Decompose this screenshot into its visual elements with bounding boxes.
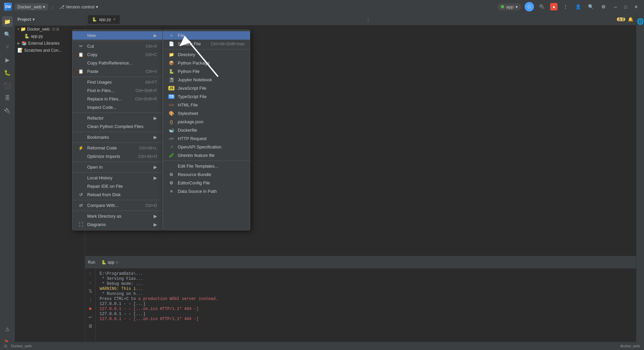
settings-icon[interactable]: ⚙ bbox=[599, 2, 608, 11]
notification-badge: ⚠ 2 bbox=[617, 17, 625, 21]
scroll-down-button[interactable]: ↓ bbox=[87, 278, 94, 286]
context-menu-item-clean-python[interactable]: Clean Python Compiled Files bbox=[72, 122, 162, 131]
sidebar-item-project[interactable]: 📁 bbox=[2, 16, 13, 27]
sidebar-item-terminal[interactable]: ⬛ bbox=[2, 80, 13, 91]
menu-item-label: Replace in Files... bbox=[87, 96, 125, 101]
submenu-item-gherkin[interactable]: 🥒 Gherkin feature file bbox=[163, 151, 250, 160]
context-menu-item-find-in-files[interactable]: Find in Files... Ctrl+Shift+F bbox=[72, 86, 162, 95]
notification-bell[interactable]: 🔔 bbox=[628, 17, 633, 22]
context-menu-item-diagrams[interactable]: ⛶ Diagrams ▶ bbox=[72, 220, 162, 229]
submenu-item-directory[interactable]: 📁 Directory bbox=[163, 50, 250, 59]
tab-apppy[interactable]: 🐍 app.py ✕ bbox=[88, 15, 120, 24]
app-run-pill[interactable]: app ▾ bbox=[497, 3, 521, 10]
chevron-down-icon: ▾ bbox=[516, 4, 518, 9]
version-control-button[interactable]: ⎇ Version control ▾ bbox=[57, 3, 100, 10]
profile-icon[interactable]: 👤 bbox=[574, 2, 583, 11]
more-options-button[interactable]: ⋮ bbox=[87, 296, 94, 303]
run-output-line: 127.0.0.1 - - [...on.ico HTTP/1.1" 404 -… bbox=[100, 307, 632, 311]
context-menu-item-copy-path[interactable]: Copy Path/Reference... bbox=[72, 59, 162, 67]
context-menu-item-repair-ide[interactable]: Repair IDE on File bbox=[72, 182, 162, 190]
context-menu-item-copy[interactable]: 📋 Copy Ctrl+C bbox=[72, 50, 162, 59]
submenu-item-stylesheet[interactable]: 🎨 Stylesheet bbox=[163, 109, 250, 118]
context-menu-item-bookmarks[interactable]: Bookmarks ▶ bbox=[72, 133, 162, 141]
close-tab-icon[interactable]: ✕ bbox=[113, 17, 116, 21]
context-menu-item-inspect-code[interactable]: Inspect Code... bbox=[72, 103, 162, 112]
menu-separator bbox=[72, 200, 162, 200]
submenu-item-python-package[interactable]: 📦 Python Package bbox=[163, 59, 250, 67]
submenu-item-html[interactable]: <> HTML File bbox=[163, 101, 250, 109]
submenu-item-dockerfile[interactable]: 🐋 Dockerfile bbox=[163, 126, 250, 134]
submenu-item-jupyter[interactable]: 📓 Jupyter Notebook bbox=[163, 76, 250, 84]
reformat-icon: ⚡ bbox=[78, 145, 84, 150]
submenu-item-http-request[interactable]: API HTTP Request bbox=[163, 134, 250, 143]
sidebar-item-plugins[interactable]: 🔌 bbox=[2, 105, 13, 116]
sidebar-item-git[interactable]: ⑂ bbox=[2, 42, 13, 52]
submenu-item-python-file[interactable]: 🐍 Python File bbox=[163, 67, 250, 76]
wrap-button[interactable]: ↩ bbox=[87, 313, 94, 321]
project-selector[interactable]: Docker_web ▾ bbox=[15, 3, 48, 10]
submenu-item-datasource[interactable]: ≡ Data Source in Path bbox=[163, 187, 250, 195]
menu-item-label: Find Usages bbox=[87, 80, 135, 85]
avatar-icon[interactable]: G bbox=[525, 2, 534, 11]
submenu-item-javascript[interactable]: JS JavaScript File bbox=[163, 84, 250, 92]
submenu-item-edit-templates[interactable]: Edit File Templates... bbox=[163, 162, 250, 170]
stop-run-button[interactable]: ■ bbox=[550, 3, 557, 10]
sidebar-item-run[interactable]: ▶ bbox=[2, 54, 13, 65]
submenu-item-openapi[interactable]: ↗ OpenAPI Specification bbox=[163, 143, 250, 151]
filter-button[interactable]: ⇅ bbox=[87, 287, 94, 295]
run-tab-app[interactable]: 🐍 app ✕ bbox=[98, 258, 122, 267]
close-run-tab-icon[interactable]: ✕ bbox=[116, 261, 118, 264]
context-menu-item-mark-directory[interactable]: Mark Directory as ▶ bbox=[72, 212, 162, 220]
menu-separator bbox=[72, 132, 162, 132]
context-menu-item-compare-with[interactable]: ⇄ Compare With... Ctrl+D bbox=[72, 201, 162, 210]
submenu-item-packagejson[interactable]: {} package.json bbox=[163, 118, 250, 126]
menu-item-label: Repair IDE on File bbox=[87, 184, 157, 189]
datasource-icon: ≡ bbox=[168, 189, 174, 194]
python-package-icon: 📦 bbox=[168, 60, 174, 65]
project-panel-title: Project bbox=[17, 17, 31, 22]
minimize-button[interactable]: ─ bbox=[612, 4, 619, 10]
search-everywhere-icon[interactable]: 🔍 bbox=[586, 2, 596, 11]
tab-more-button[interactable]: ⋮ bbox=[366, 17, 370, 22]
menu-item-label: Bookmarks bbox=[87, 135, 150, 140]
submenu-item-resource-bundle[interactable]: ⚙ Resource Bundle bbox=[163, 170, 250, 179]
right-sidebar-icon[interactable]: 🌐 bbox=[635, 16, 644, 27]
sidebar-item-search[interactable]: 🔍 bbox=[2, 29, 13, 40]
scroll-up-button[interactable]: ↑ bbox=[87, 270, 94, 277]
context-menu-item-paste[interactable]: 📋 Paste Ctrl+V bbox=[72, 67, 162, 76]
plugin-icon[interactable]: 🔌 bbox=[537, 2, 547, 11]
submenu-item-editorconfig[interactable]: ⚙ EditorConfig File bbox=[163, 179, 250, 187]
submenu-arrow-icon: ▶ bbox=[154, 116, 157, 121]
menu-item-label: Diagrams bbox=[87, 222, 150, 227]
context-menu-item-reformat[interactable]: ⚡ Reformat Code Ctrl+Alt+L bbox=[72, 144, 162, 152]
chevron-down-icon: ▾ bbox=[33, 17, 35, 22]
submenu-arrow-icon: ▶ bbox=[154, 135, 157, 140]
titlebar: DW Docker_web ▾ | ⎇ Version control ▾ ap… bbox=[0, 0, 644, 13]
maximize-button[interactable]: □ bbox=[622, 4, 629, 10]
version-control-label: Version control bbox=[66, 4, 95, 9]
submenu-item-file[interactable]: ≡ File bbox=[163, 31, 250, 40]
trash-button[interactable]: 🗑 bbox=[87, 322, 94, 330]
right-sidebar: 🌐 bbox=[636, 13, 644, 350]
context-menu-item-open-in[interactable]: Open In ▶ bbox=[72, 163, 162, 171]
close-button[interactable]: ✕ bbox=[632, 4, 640, 10]
sidebar-item-problems[interactable]: ⚠ bbox=[2, 324, 13, 335]
expand-arrow: ▶ bbox=[17, 41, 20, 45]
context-menu-item-cut[interactable]: ✂ Cut Ctrl+X bbox=[72, 42, 162, 50]
context-menu-item-replace-in-files[interactable]: Replace in Files... Ctrl+Shift+R bbox=[72, 95, 162, 103]
context-menu-item-local-history[interactable]: Local History ▶ bbox=[72, 174, 162, 182]
stop-button[interactable]: ■ bbox=[87, 305, 94, 312]
submenu-item-label: package.json bbox=[178, 119, 204, 124]
menu-item-label: Clean Python Compiled Files bbox=[87, 124, 157, 129]
sidebar-item-database[interactable]: 🗄 bbox=[2, 93, 13, 103]
context-menu-item-optimize-imports[interactable]: Optimize Imports Ctrl+Alt+O bbox=[72, 152, 162, 161]
run-output-line: 127.0.0.1 - - [...on.ico HTTP/1.1" 404 -… bbox=[100, 317, 632, 321]
context-menu-item-refactor[interactable]: Refactor ▶ bbox=[72, 114, 162, 122]
context-menu-item-reload-disk[interactable]: ↺ Reload from Disk bbox=[72, 190, 162, 199]
sidebar-item-debug[interactable]: 🐛 bbox=[2, 67, 13, 78]
submenu-item-typescript[interactable]: TS TypeScript File bbox=[163, 92, 250, 101]
context-menu-item-find-usages[interactable]: Find Usages Alt+F7 bbox=[72, 78, 162, 86]
submenu-item-scratch[interactable]: 📄 Scratch File Ctrl+Alt+Shift+Inse bbox=[163, 40, 250, 48]
more-options-icon[interactable]: ⋮ bbox=[561, 2, 570, 11]
context-menu-item-new[interactable]: New ▶ bbox=[72, 31, 162, 40]
